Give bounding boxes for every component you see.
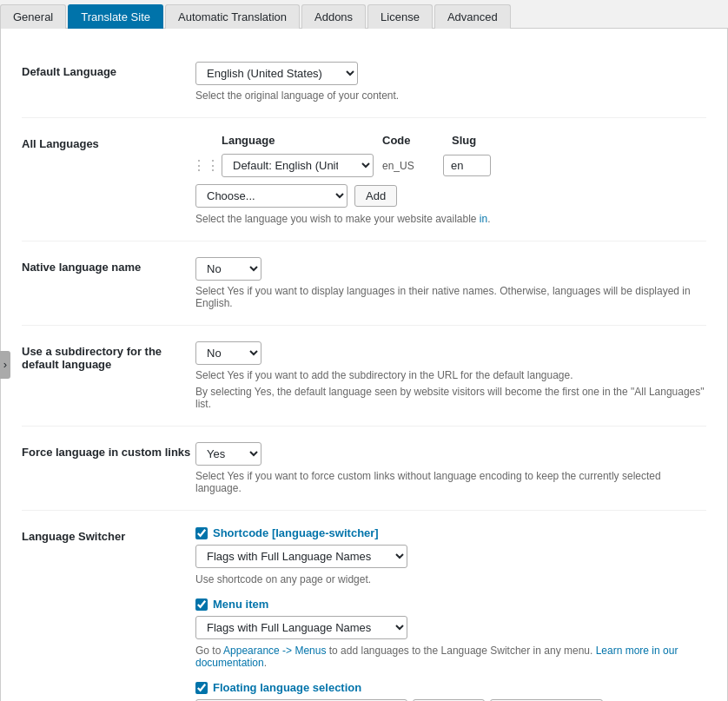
- force-language-row: Force language in custom links Yes No Se…: [22, 427, 706, 511]
- floating-label-text: Floating language selection: [213, 681, 361, 694]
- add-language-button[interactable]: Add: [354, 185, 397, 207]
- force-language-label: Force language in custom links: [22, 442, 195, 459]
- native-language-row: Native language name No Yes Select Yes i…: [22, 241, 706, 326]
- native-language-label: Native language name: [22, 257, 195, 274]
- lang-columns-header: Language Code Slug: [195, 134, 706, 147]
- tab-license[interactable]: License: [367, 4, 433, 29]
- language-switcher-row: Language Switcher Shortcode [language-sw…: [22, 511, 706, 701]
- menu-item-label-text: Menu item: [213, 598, 268, 611]
- menu-item-checkbox-label[interactable]: Menu item: [195, 598, 706, 611]
- language-switcher-control: Shortcode [language-switcher] Flags with…: [195, 526, 706, 701]
- floating-checkbox-label[interactable]: Floating language selection: [195, 681, 706, 694]
- tab-general[interactable]: General: [0, 4, 66, 29]
- add-language-row: Choose... Add: [195, 184, 706, 208]
- col-slug: Slug: [452, 134, 521, 147]
- tab-automatic-translation[interactable]: Automatic Translation: [165, 4, 300, 29]
- tab-bar: General Translate Site Automatic Transla…: [0, 0, 728, 29]
- lang-slug-input[interactable]: [443, 155, 491, 176]
- default-language-control: English (United States) Select the origi…: [195, 62, 706, 102]
- menu-item-style-select[interactable]: Flags with Full Language Names Flags wit…: [195, 616, 407, 639]
- drag-handle-icon[interactable]: ⋮⋮: [195, 157, 216, 174]
- content-area: Default Language English (United States)…: [0, 29, 728, 701]
- menu-item-help: Go to Appearance -> Menus to add languag…: [195, 645, 706, 669]
- all-languages-help-link[interactable]: in: [480, 213, 487, 225]
- floating-checkbox[interactable]: [195, 682, 208, 694]
- native-language-help: Select Yes if you want to display langua…: [195, 285, 706, 309]
- subdirectory-help2: By selecting Yes, the default language s…: [195, 386, 706, 410]
- all-languages-control: Language Code Slug ⋮⋮ Default: English (…: [195, 134, 706, 225]
- appearance-menus-link[interactable]: Appearance -> Menus: [223, 645, 326, 657]
- tab-addons[interactable]: Addons: [301, 4, 366, 29]
- shortcode-help: Use shortcode on any page or widget.: [195, 573, 706, 585]
- subdirectory-control: No Yes Select Yes if you want to add the…: [195, 341, 706, 410]
- subdirectory-select[interactable]: No Yes: [195, 341, 261, 365]
- subdirectory-row: Use a subdirectory for the default langu…: [22, 326, 706, 427]
- default-language-row-entry: ⋮⋮ Default: English (United States) en_U…: [195, 154, 706, 177]
- language-switcher-label: Language Switcher: [22, 526, 195, 543]
- shortcode-style-select[interactable]: Flags with Full Language Names Flags wit…: [195, 545, 407, 568]
- force-language-select[interactable]: Yes No: [195, 442, 261, 466]
- default-language-help: Select the original language of your con…: [195, 89, 706, 102]
- col-code: Code: [382, 134, 452, 147]
- menu-item-help-prefix: Go to: [195, 645, 223, 657]
- all-languages-row: All Languages Language Code Slug ⋮⋮ Defa…: [22, 118, 706, 241]
- add-language-select[interactable]: Choose...: [195, 184, 347, 208]
- menu-item-checkbox[interactable]: [195, 598, 208, 611]
- menu-item-help-suffix: .: [264, 657, 267, 669]
- subdirectory-help1: Select Yes if you want to add the subdir…: [195, 369, 706, 381]
- menu-item-help-mid: to add languages to the Language Switche…: [326, 645, 595, 657]
- native-language-select[interactable]: No Yes: [195, 257, 261, 281]
- page-wrapper: › General Translate Site Automatic Trans…: [0, 0, 728, 701]
- tab-advanced[interactable]: Advanced: [434, 4, 511, 29]
- all-languages-label: All Languages: [22, 134, 195, 150]
- force-language-control: Yes No Select Yes if you want to force c…: [195, 442, 706, 494]
- shortcode-checkbox[interactable]: [195, 527, 208, 539]
- sidebar-toggle[interactable]: ›: [0, 351, 10, 379]
- shortcode-checkbox-label[interactable]: Shortcode [language-switcher]: [195, 526, 706, 539]
- tab-translate-site[interactable]: Translate Site: [68, 4, 163, 29]
- native-language-control: No Yes Select Yes if you want to display…: [195, 257, 706, 309]
- default-lang-select[interactable]: Default: English (United States): [222, 154, 374, 177]
- subdirectory-label: Use a subdirectory for the default langu…: [22, 341, 195, 371]
- default-language-row: Default Language English (United States)…: [22, 46, 706, 118]
- col-language: Language: [222, 134, 382, 147]
- force-language-help: Select Yes if you want to force custom l…: [195, 470, 706, 494]
- shortcode-label-text: Shortcode [language-switcher]: [213, 526, 379, 539]
- all-languages-help: Select the language you wish to make you…: [195, 213, 706, 225]
- lang-code-value: en_US: [382, 160, 434, 172]
- default-language-label: Default Language: [22, 62, 195, 78]
- default-language-select[interactable]: English (United States): [195, 62, 358, 85]
